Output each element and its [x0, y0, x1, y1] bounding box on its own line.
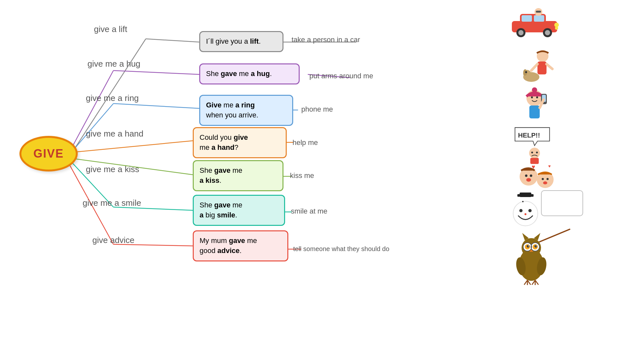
- box-ring: Give me a ringwhen you arrive.: [199, 95, 293, 126]
- box-hug-text: She gave me a hug.: [206, 70, 272, 78]
- svg-point-45: [531, 96, 533, 98]
- svg-point-81: [536, 245, 537, 246]
- svg-point-50: [531, 152, 533, 154]
- branch-ring-label: give me a ring: [86, 93, 139, 103]
- svg-point-66: [528, 209, 532, 212]
- svg-text:♥: ♥: [548, 164, 551, 169]
- svg-rect-21: [522, 15, 532, 22]
- svg-point-46: [536, 96, 538, 98]
- branch-hand-label: give me a hand: [86, 129, 144, 139]
- give-label: GIVE: [33, 147, 64, 160]
- svg-point-59: [543, 182, 547, 184]
- svg-line-34: [547, 64, 552, 69]
- svg-line-6: [73, 104, 113, 150]
- svg-point-55: [526, 178, 531, 182]
- svg-point-51: [536, 152, 538, 154]
- def-hand: help me: [293, 138, 318, 147]
- box-lift-text: I´ll give you a lift.: [206, 37, 261, 45]
- svg-point-26: [545, 30, 550, 35]
- def-advice: tell someone what they should do: [293, 245, 389, 253]
- svg-point-48: [529, 148, 540, 159]
- box-hand-text: Could you giveme a hand?: [200, 133, 248, 151]
- advice-illustration: [515, 226, 580, 285]
- box-kiss: She gave mea kiss.: [193, 160, 283, 191]
- svg-point-28: [555, 27, 558, 30]
- svg-rect-22: [534, 15, 544, 22]
- box-hand: Could you giveme a hand?: [193, 127, 287, 158]
- speech-bubble: [541, 190, 583, 216]
- svg-rect-63: [520, 193, 531, 197]
- svg-point-38: [525, 71, 527, 73]
- svg-line-9: [75, 141, 193, 152]
- car-illustration: [509, 6, 560, 39]
- box-advice: My mum gave megood advice.: [193, 230, 288, 261]
- branch-lift-label: give a lift: [94, 24, 127, 34]
- svg-line-1: [146, 39, 199, 42]
- svg-line-7: [113, 104, 199, 108]
- svg-text:♥: ♥: [532, 164, 535, 171]
- box-advice-text: My mum gave megood advice.: [200, 237, 257, 255]
- svg-rect-32: [537, 61, 547, 74]
- phone-illustration: [515, 87, 557, 129]
- def-smile: smile at me: [291, 207, 327, 215]
- hug-illustration: [520, 48, 562, 90]
- svg-point-58: [547, 178, 549, 180]
- svg-point-80: [528, 245, 529, 246]
- box-smile-text: She gave mea big smile.: [200, 201, 242, 219]
- svg-text:HELP!!: HELP!!: [518, 132, 540, 139]
- branch-advice-label: give advice: [92, 235, 134, 245]
- svg-line-33: [531, 64, 537, 71]
- smile-illustration: [509, 194, 542, 226]
- svg-point-24: [518, 30, 524, 35]
- svg-rect-30: [536, 11, 541, 13]
- def-kiss: kiss me: [290, 171, 314, 180]
- svg-point-53: [525, 174, 527, 177]
- box-hug: She gave me a hug.: [199, 63, 300, 84]
- give-node: GIVE: [19, 136, 78, 171]
- svg-point-40: [532, 87, 537, 93]
- branch-kiss-label: give me a kiss: [86, 164, 139, 174]
- branch-hug-label: give me a hug: [87, 59, 140, 69]
- box-lift: I´ll give you a lift.: [199, 31, 283, 52]
- svg-point-65: [519, 209, 523, 212]
- svg-point-57: [542, 178, 544, 180]
- svg-rect-68: [522, 201, 524, 202]
- def-ring: phone me: [301, 105, 333, 114]
- svg-point-54: [530, 174, 532, 177]
- svg-line-4: [113, 71, 199, 74]
- def-lift: take a person in a car: [292, 36, 360, 44]
- svg-point-67: [524, 213, 526, 215]
- svg-point-27: [554, 23, 559, 27]
- box-ring-text: Give me a ringwhen you arrive.: [206, 101, 258, 119]
- box-smile: She gave mea big smile.: [193, 195, 285, 226]
- svg-rect-41: [529, 105, 540, 118]
- branch-smile-label: give me a smile: [83, 198, 141, 208]
- box-kiss-text: She gave mea kiss.: [200, 166, 242, 184]
- def-hug: put arms around me: [309, 72, 373, 80]
